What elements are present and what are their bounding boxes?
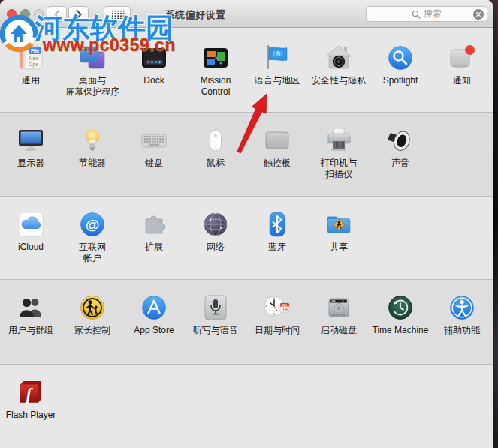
pref-item-label: 日期与时间 bbox=[245, 325, 309, 336]
pref-item-internet-accounts[interactable]: @ 互联网 帐户 bbox=[62, 197, 123, 279]
notification-badge bbox=[465, 45, 475, 55]
printer-icon bbox=[324, 125, 354, 155]
search-placeholder: 搜索 bbox=[424, 8, 442, 20]
pref-item-label: 辅助功能 bbox=[430, 325, 493, 336]
displays-icon bbox=[16, 125, 46, 155]
spotlight-icon bbox=[385, 43, 415, 73]
accessibility-icon bbox=[447, 293, 477, 323]
time-machine-icon bbox=[385, 293, 415, 323]
pref-item-label: Time Machine bbox=[368, 325, 433, 336]
pref-item-label: 键盘 bbox=[122, 158, 186, 169]
pref-item-label: 家长控制 bbox=[60, 325, 125, 336]
energy-saver-icon bbox=[77, 125, 107, 155]
pref-item-label: 触控板 bbox=[245, 158, 309, 169]
trackpad-icon bbox=[262, 125, 292, 155]
pref-item-label: 鼠标 bbox=[183, 158, 248, 169]
security-privacy-icon bbox=[324, 43, 354, 73]
forward-button[interactable] bbox=[68, 6, 89, 22]
svg-text:@: @ bbox=[86, 217, 100, 233]
pref-item-network[interactable]: 网络 bbox=[185, 197, 246, 279]
pref-item-parental-controls[interactable]: 家长控制 bbox=[62, 280, 123, 364]
pref-item-spotlight[interactable]: Spotlight bbox=[370, 28, 431, 112]
pref-item-trackpad[interactable]: 触控板 bbox=[246, 113, 308, 196]
svg-text:18: 18 bbox=[282, 307, 288, 312]
prefs-row-4: 用户与群组 家长控制 bbox=[0, 280, 493, 365]
search-clear-button[interactable] bbox=[473, 9, 484, 20]
pref-item-label: Dock bbox=[122, 75, 186, 86]
pref-item-date-time[interactable]: JUL 18 日期与时间 bbox=[246, 280, 308, 364]
search-input[interactable]: 搜索 bbox=[366, 6, 487, 22]
bluetooth-icon bbox=[262, 209, 292, 239]
titlebar: 系统偏好设置 搜索 bbox=[0, 0, 493, 28]
mouse-icon bbox=[201, 125, 231, 155]
preference-panes: File New Ope 通用 桌面与 屏 bbox=[0, 28, 493, 448]
pref-item-label: 安全性与隐私 bbox=[306, 75, 371, 86]
dock-icon bbox=[139, 43, 169, 73]
pref-item-sharing[interactable]: 共享 bbox=[308, 197, 370, 279]
keyboard-icon bbox=[139, 125, 169, 155]
users-groups-icon bbox=[16, 293, 46, 323]
pref-item-energy-saver[interactable]: 节能器 bbox=[62, 113, 123, 196]
pref-item-bluetooth[interactable]: 蓝牙 bbox=[246, 197, 308, 279]
pref-item-label: 蓝牙 bbox=[245, 242, 309, 253]
sharing-icon bbox=[324, 209, 354, 239]
mission-control-icon bbox=[201, 43, 231, 73]
pref-item-label: 共享 bbox=[306, 242, 371, 253]
pref-item-users-groups[interactable]: 用户与群组 bbox=[0, 280, 62, 364]
pref-item-icloud[interactable]: iCloud bbox=[0, 197, 62, 279]
chevron-right-icon bbox=[76, 10, 82, 19]
desktop-screensaver-icon bbox=[77, 43, 107, 73]
pref-item-label: iCloud bbox=[0, 242, 63, 253]
chevron-left-icon bbox=[54, 10, 60, 19]
pref-item-accessibility[interactable]: 辅助功能 bbox=[431, 280, 493, 364]
pref-item-label: 用户与群组 bbox=[0, 325, 63, 336]
pref-item-displays[interactable]: 显示器 bbox=[0, 113, 62, 196]
extensions-icon bbox=[139, 209, 169, 239]
pref-item-general[interactable]: File New Ope 通用 bbox=[0, 28, 62, 112]
pref-item-extensions[interactable]: 扩展 bbox=[123, 197, 185, 279]
pref-item-mouse[interactable]: 鼠标 bbox=[185, 113, 246, 196]
pref-item-label: 打印机与 扫描仪 bbox=[306, 158, 371, 180]
pref-item-mission-control[interactable]: Mission Control bbox=[185, 28, 246, 112]
language-region-icon bbox=[262, 43, 292, 73]
pref-item-label: App Store bbox=[122, 325, 186, 336]
back-button[interactable] bbox=[47, 6, 67, 22]
svg-text:New: New bbox=[29, 56, 39, 61]
pref-item-label: 通知 bbox=[430, 75, 493, 86]
pref-item-label: 语言与地区 bbox=[245, 75, 309, 86]
dictation-speech-icon bbox=[201, 293, 231, 323]
pref-item-dock[interactable]: Dock bbox=[123, 28, 185, 112]
minimize-window-button[interactable] bbox=[20, 9, 30, 19]
show-all-button[interactable] bbox=[104, 6, 131, 22]
pref-item-sound[interactable]: 声音 bbox=[370, 113, 431, 196]
pref-item-time-machine[interactable]: Time Machine bbox=[370, 280, 431, 364]
pref-item-keyboard[interactable]: 键盘 bbox=[123, 113, 185, 196]
pref-item-label: 互联网 帐户 bbox=[60, 242, 125, 264]
pref-item-label: Flash Player bbox=[0, 410, 63, 421]
pref-item-label: 显示器 bbox=[0, 158, 63, 169]
prefs-row-1: File New Ope 通用 桌面与 屏 bbox=[0, 28, 493, 113]
prefs-row-5: f Flash Player bbox=[0, 365, 493, 448]
icloud-icon bbox=[16, 209, 46, 239]
pref-item-desktop-screensaver[interactable]: 桌面与 屏幕保护程序 bbox=[62, 28, 123, 112]
pref-item-label: 听写与语音 bbox=[183, 325, 248, 336]
pref-item-app-store[interactable]: App Store bbox=[123, 280, 185, 364]
pref-item-label: 桌面与 屏幕保护程序 bbox=[60, 75, 125, 98]
pref-item-printers-scanners[interactable]: 打印机与 扫描仪 bbox=[308, 113, 370, 196]
zoom-window-button[interactable] bbox=[34, 9, 44, 19]
pref-item-label: 启动磁盘 bbox=[306, 325, 371, 336]
date-time-icon: JUL 18 bbox=[262, 293, 292, 323]
pref-item-label: 节能器 bbox=[60, 158, 125, 169]
system-preferences-window: 系统偏好设置 搜索 bbox=[0, 0, 493, 448]
pref-item-language-region[interactable]: 语言与地区 bbox=[246, 28, 308, 112]
pref-item-startup-disk[interactable]: 启动磁盘 bbox=[308, 280, 370, 364]
internet-accounts-icon: @ bbox=[77, 209, 107, 239]
pref-item-notifications[interactable]: 通知 bbox=[431, 28, 493, 112]
sound-icon bbox=[385, 125, 415, 155]
pref-item-dictation-speech[interactable]: 听写与语音 bbox=[185, 280, 246, 364]
pref-item-flash-player[interactable]: f Flash Player bbox=[0, 365, 62, 448]
svg-text:Ope: Ope bbox=[29, 62, 39, 68]
pref-item-security-privacy[interactable]: 安全性与隐私 bbox=[308, 28, 370, 112]
close-window-button[interactable] bbox=[7, 9, 17, 19]
parental-controls-icon bbox=[77, 293, 107, 323]
